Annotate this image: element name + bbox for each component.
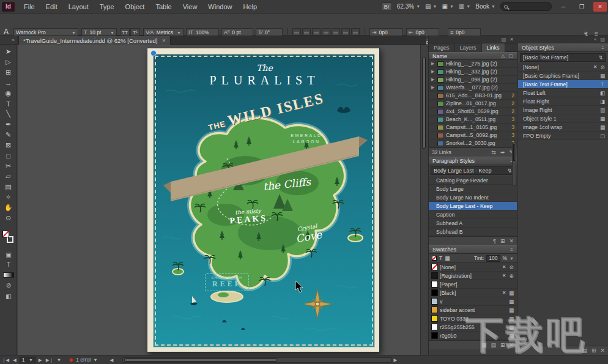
swatch-row[interactable]: TOYO 0333 ✕ ▦ xyxy=(429,314,517,323)
color-group-icon[interactable]: ▤ xyxy=(491,342,496,348)
panel-tab[interactable]: Layers xyxy=(455,43,482,52)
fill-color-swatch[interactable] xyxy=(2,231,9,237)
show-swatch-kinds-icon[interactable]: ▦ xyxy=(481,342,487,348)
panel-menu-icon[interactable]: ≡ xyxy=(601,45,604,51)
formatting-affects-container-button[interactable]: ▣ xyxy=(0,250,17,259)
rectangle-tool[interactable]: □ xyxy=(0,150,17,161)
panel-tab[interactable]: Links xyxy=(482,43,505,52)
object-style-row[interactable]: Float Left ✕ ◧ xyxy=(518,89,608,97)
object-styles-header[interactable]: Object Styles ≡ xyxy=(518,43,608,52)
object-style-row[interactable]: image 1col wrap ✕ ▦ xyxy=(518,123,608,132)
chevron-down-icon[interactable]: ▼ xyxy=(510,256,514,261)
link-row[interactable]: ▶ Hiking_..._275.jpg (2) xyxy=(429,60,517,68)
menu-item[interactable]: Object xyxy=(120,0,150,13)
swatches-header[interactable]: Swatches ≡ xyxy=(429,245,517,254)
link-row[interactable]: ▶ Beach_K..._0511.jpg 3 xyxy=(429,116,517,124)
link-status-icon[interactable]: △ xyxy=(501,53,505,59)
apply-gradient-button[interactable] xyxy=(3,272,14,278)
line-tool[interactable]: ╲ xyxy=(0,109,17,119)
app-logo-icon[interactable]: Id xyxy=(2,2,15,12)
paragraph-styles-header[interactable]: Paragraph Styles ≡ xyxy=(429,157,517,165)
fill-stroke-control[interactable] xyxy=(0,228,17,247)
link-page-badge[interactable]: 3 xyxy=(510,124,514,130)
expander-icon[interactable]: ▶ xyxy=(431,85,436,90)
hand-tool[interactable]: ✋ xyxy=(0,202,17,213)
apply-none-button[interactable]: ⊘ xyxy=(0,281,17,289)
relink-icon[interactable]: ⇆ xyxy=(491,149,496,155)
menu-item[interactable]: Table xyxy=(150,0,177,13)
swatch-row[interactable]: r255g255b255 ✕ ▦ xyxy=(429,323,517,332)
links-scrollbar[interactable] xyxy=(512,143,516,185)
panel-tab[interactable]: Pages xyxy=(429,43,455,52)
panel-menu-icon[interactable]: ▤ xyxy=(502,37,506,42)
menu-item[interactable]: Type xyxy=(94,0,120,13)
current-object-style[interactable]: [Basic Text Frame] ↯ xyxy=(520,53,606,62)
character-formatting-icon[interactable]: A xyxy=(4,28,9,36)
free-transform-tool[interactable]: ▱ xyxy=(0,171,17,182)
delete-swatch-icon[interactable]: ✕ xyxy=(509,342,514,348)
swatch-row[interactable]: [Paper] ✕ xyxy=(429,280,517,289)
object-style-row[interactable]: [Basic Text Frame] ✕ T xyxy=(518,80,608,89)
zoom-tool[interactable]: ⊙ xyxy=(0,213,17,223)
zoom-dropdown[interactable]: 62.3%▼ xyxy=(397,3,420,10)
scissors-tool[interactable]: ✂ xyxy=(0,161,17,171)
paragraph-style-row[interactable]: Subhead A xyxy=(429,219,517,228)
menu-item[interactable]: Layout xyxy=(63,0,94,13)
object-style-row[interactable]: [Basic Graphics Frame] ✕ ▦ xyxy=(518,72,608,80)
document-page[interactable]: The PLURALIST THE WILD ISLES EMERALDLAGO… xyxy=(147,48,380,352)
link-page-badge[interactable]: 3 xyxy=(510,116,514,122)
link-row[interactable]: ▶ Zipline...01_0017.jpg 2 xyxy=(429,100,517,108)
horizontal-scrollbar[interactable] xyxy=(122,357,391,363)
screen-mode-dropdown[interactable]: ▣▼ xyxy=(442,3,453,10)
link-page-badge[interactable]: 2 xyxy=(510,100,514,106)
collapse-panels-icon[interactable]: « xyxy=(594,37,596,42)
object-style-row[interactable]: Float Right ✕ ◨ xyxy=(518,97,608,106)
menu-item[interactable]: View xyxy=(177,0,203,13)
link-row[interactable]: ▶ Campsit...5_0092.jpg 3 xyxy=(429,132,517,139)
new-swatch-icon[interactable]: ⊞ xyxy=(500,342,505,348)
pen-tool[interactable]: ✒ xyxy=(0,119,17,130)
swatch-row[interactable]: [Registration] ✕ ⊕ xyxy=(429,272,517,280)
close-button[interactable]: ✕ xyxy=(593,2,607,12)
paragraph-style-row[interactable]: Catalog Page Header xyxy=(429,176,517,185)
selection-tool[interactable]: ➤ xyxy=(0,46,17,57)
panel-menu-icon[interactable]: ≡ xyxy=(510,247,513,253)
gap-tool[interactable]: ↔ xyxy=(0,78,17,88)
style-group-icon[interactable]: ▤ xyxy=(582,347,587,354)
direct-selection-tool[interactable]: ▷ xyxy=(0,57,17,67)
object-style-row[interactable]: Image Right ✕ ▥ xyxy=(518,106,608,114)
note-tool[interactable]: ▤ xyxy=(0,182,17,192)
horizontal-scrollbar-thumb[interactable] xyxy=(124,358,277,362)
eyedropper-tool[interactable]: ✧ xyxy=(0,192,17,202)
tint-value-field[interactable]: 100 xyxy=(486,255,500,262)
document-tab[interactable]: *TravelGuide_Intermediate.indd @ 62% [Co… xyxy=(18,35,171,45)
fill-proxy-icon[interactable] xyxy=(432,256,437,261)
formatting-affects-text-button[interactable]: T xyxy=(0,260,17,269)
swatch-row[interactable]: [Black] ✕ ▦ xyxy=(429,289,517,297)
view-mode-button[interactable]: ◧ xyxy=(0,292,17,300)
swatch-row[interactable]: v ✕ ▦ xyxy=(429,297,517,306)
close-tab-icon[interactable]: ✕ xyxy=(161,38,166,43)
expander-icon[interactable]: ▶ xyxy=(431,61,436,66)
link-page-badge[interactable]: 3 xyxy=(510,132,514,138)
page-menu-icon[interactable]: ▼ xyxy=(55,357,63,363)
hscroll-right-icon[interactable]: ▶ xyxy=(391,357,399,363)
content-collector-tool[interactable]: ◉ xyxy=(0,88,17,98)
link-page-badge[interactable]: 2 xyxy=(510,108,514,114)
goto-link-icon[interactable]: ➦ xyxy=(500,149,505,155)
vertical-scrollbar[interactable] xyxy=(420,45,426,355)
link-row[interactable]: ▶ Campsit...1_0105.jpg 3 xyxy=(429,124,517,132)
bridge-icon[interactable]: Br xyxy=(382,2,392,11)
previous-page-button[interactable]: ◀ xyxy=(11,357,18,363)
page-tool[interactable]: ⊞ xyxy=(0,67,17,78)
hscroll-left-icon[interactable]: ◀ xyxy=(108,357,116,363)
paragraph-style-row[interactable]: Body Large No Indent xyxy=(429,193,517,202)
rectangle-frame-tool[interactable]: ⊠ xyxy=(0,140,17,150)
object-style-row[interactable]: [None] ✕ ⊘ xyxy=(518,63,608,72)
clear-overrides-icon[interactable]: ¶ xyxy=(493,238,496,244)
last-page-button[interactable]: ▶❘ xyxy=(44,357,55,363)
menu-item[interactable]: Window xyxy=(202,0,237,13)
link-page-icon[interactable]: ▢ xyxy=(508,53,513,59)
swatch-row[interactable]: sidebar accent ✕ ▦ xyxy=(429,306,517,314)
paragraph-style-row[interactable]: Body Large xyxy=(429,185,517,193)
